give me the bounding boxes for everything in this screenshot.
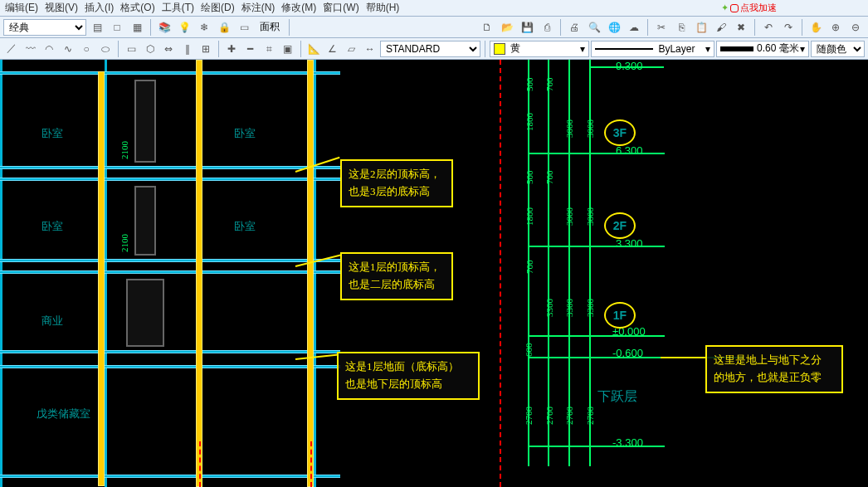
spline-icon[interactable]: ∿	[59, 40, 76, 58]
door-height: 2100	[119, 234, 129, 252]
zoom-out-icon[interactable]: ⊖	[846, 18, 865, 37]
pan-icon[interactable]: ✋	[807, 18, 825, 37]
hatch-btn[interactable]: ▦	[128, 18, 146, 37]
paste-icon[interactable]: 📋	[692, 18, 710, 37]
axis-red	[500, 60, 501, 487]
region-icon[interactable]: ▣	[280, 40, 296, 58]
dim: 1800	[524, 113, 534, 131]
callout-leader	[661, 357, 705, 358]
callout-floor2-top: 这是2层的顶标高，也是3层的底标高	[340, 159, 453, 207]
menu-insert[interactable]: 插入(I)	[85, 1, 114, 15]
erase-icon[interactable]: ✖	[732, 18, 750, 37]
linetype-combo[interactable]: ByLayer▾	[591, 41, 714, 57]
menu-window[interactable]: 窗口(W)	[323, 1, 358, 15]
room-label: 卧室	[234, 126, 256, 141]
measure-icon[interactable]: 📐	[305, 40, 322, 58]
axis-h	[528, 446, 665, 447]
dim: 700	[544, 171, 554, 185]
menu-format[interactable]: 格式(O)	[120, 1, 154, 15]
dim: 3300	[564, 299, 574, 317]
room-label: 卧室	[234, 219, 256, 234]
axis-h	[528, 246, 665, 247]
open-icon[interactable]: 📂	[498, 18, 516, 37]
arc-icon[interactable]: ◠	[41, 40, 57, 58]
circle-icon[interactable]: ○	[78, 40, 95, 58]
rect-icon[interactable]: ▭	[123, 40, 139, 58]
menu-edit[interactable]: 编辑(E)	[5, 1, 38, 15]
menu-dim[interactable]: 标注(N)	[241, 1, 276, 15]
layers-icon[interactable]: 📚	[155, 18, 173, 37]
slab	[0, 270, 340, 274]
textstyle-combo[interactable]: STANDARD	[380, 41, 480, 57]
pillar	[307, 60, 314, 487]
layer-btn[interactable]: ▤	[88, 18, 106, 37]
layer2-icon[interactable]: ▭	[235, 18, 253, 37]
bulb-icon[interactable]: 💡	[175, 18, 193, 37]
menu-draw[interactable]: 绘图(D)	[201, 1, 235, 15]
dim: 2700	[524, 407, 534, 425]
slab	[0, 475, 340, 478]
elev-label: -3.300	[612, 436, 643, 449]
slab	[0, 259, 340, 262]
freeze-icon[interactable]: ❄	[195, 18, 213, 37]
length-icon[interactable]: ↔	[361, 40, 378, 58]
minus-icon[interactable]: ━	[242, 40, 259, 58]
menu-view[interactable]: 视图(V)	[45, 1, 78, 15]
lock-icon[interactable]: 🔒	[215, 18, 233, 37]
polygon-icon[interactable]: ⬡	[141, 40, 158, 58]
accelerate-tip[interactable]: ✦点我加速	[721, 2, 777, 14]
axis-red	[310, 441, 312, 487]
menu-help[interactable]: 帮助(H)	[366, 1, 400, 15]
dim: 2700	[564, 407, 574, 425]
zoom-in-icon[interactable]: ⊕	[827, 18, 845, 37]
redo-icon[interactable]: ↷	[779, 18, 797, 37]
color-combo[interactable]: 黄▾	[490, 41, 590, 57]
dim: 500	[524, 171, 534, 185]
dim: 3000	[585, 207, 595, 226]
plotcolor-combo[interactable]: 随颜色	[811, 41, 865, 57]
dim: 2700	[544, 407, 554, 425]
copy-icon[interactable]: ⎘	[672, 18, 690, 37]
publish-icon[interactable]: 🌐	[605, 18, 623, 37]
elev-label: -0.600	[612, 347, 643, 359]
preview-icon[interactable]: 🔍	[585, 18, 603, 37]
array-icon[interactable]: ⊞	[197, 40, 214, 58]
area-icon[interactable]: ▱	[343, 40, 359, 58]
save-icon[interactable]: 💾	[518, 18, 536, 37]
ellipse-icon[interactable]: ⬭	[96, 40, 113, 58]
dim: 3000	[564, 207, 574, 226]
slab	[0, 350, 340, 353]
door-height: 2100	[119, 141, 129, 159]
match-icon[interactable]: 🖌	[712, 18, 730, 37]
plus-icon[interactable]: ✚	[223, 40, 240, 58]
pillar	[196, 60, 202, 487]
color-swatch-icon	[494, 43, 505, 55]
undo-icon[interactable]: ↶	[759, 18, 778, 37]
elev-label: 6.300	[616, 144, 643, 157]
cloud-icon[interactable]: ☁	[625, 18, 643, 37]
snap-icon[interactable]: ⌗	[261, 40, 277, 58]
callout-leader	[295, 354, 339, 360]
axis-v	[548, 60, 549, 466]
new-icon[interactable]: 🗋	[478, 18, 496, 37]
saveall-icon[interactable]: ⎙	[538, 18, 556, 37]
angle-icon[interactable]: ∠	[324, 40, 341, 58]
cut-icon[interactable]: ✂	[652, 18, 671, 37]
polyline-icon[interactable]: 〰	[22, 40, 38, 58]
line-tool-icon[interactable]: ／	[3, 40, 20, 58]
mirror-h-icon[interactable]: ⇔	[160, 40, 177, 58]
plot-icon[interactable]: 🖨	[565, 18, 583, 37]
floor-circle-1f: 1F	[604, 302, 636, 329]
lineweight-combo[interactable]: 0.60 毫米▾	[716, 41, 809, 57]
dim: 500	[524, 78, 534, 92]
drawing-canvas[interactable]: 卧室 卧室 卧室 卧室 商业 戊类储藏室 2100 2100 9.300 6.3…	[0, 60, 868, 487]
lineweight-preview-icon	[720, 46, 753, 51]
wall-btn[interactable]: □	[108, 18, 126, 37]
offset-icon[interactable]: ‖	[178, 40, 195, 58]
slab	[0, 166, 340, 169]
menu-tools[interactable]: 工具(T)	[162, 1, 194, 15]
floor-circle-3f: 3F	[604, 119, 636, 146]
elev-label: 9.300	[616, 60, 643, 72]
menu-modify[interactable]: 修改(M)	[281, 1, 316, 15]
style-combo[interactable]: 经典	[3, 19, 86, 36]
